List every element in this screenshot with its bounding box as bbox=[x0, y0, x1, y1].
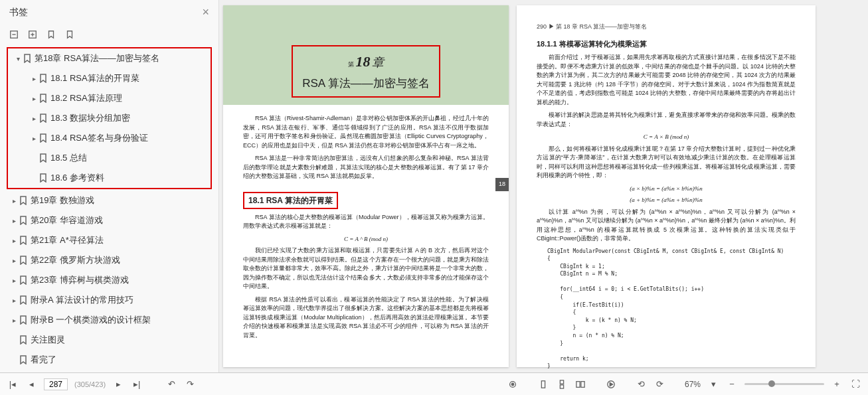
read-mode-icon[interactable] bbox=[507, 379, 519, 390]
bookmark-label: 18.3 数据块分组加密 bbox=[50, 112, 130, 124]
page-input[interactable] bbox=[44, 378, 68, 390]
svg-rect-9 bbox=[560, 385, 563, 388]
bookmark-item[interactable]: ▸18.4 RSA签名与身份验证 bbox=[8, 128, 211, 148]
bookmark-glyph-icon bbox=[19, 295, 28, 305]
undo-view-icon[interactable]: ↶ bbox=[165, 379, 177, 389]
bookmark-icon[interactable] bbox=[65, 29, 74, 39]
expand-icon[interactable]: ▸ bbox=[29, 75, 39, 82]
fullscreen-icon[interactable]: ⛶ bbox=[849, 379, 861, 389]
bookmarks-title: 书签 bbox=[9, 7, 28, 19]
bookmark-label: 附录B 一个棋类游戏的设计框架 bbox=[31, 314, 151, 326]
bookmark-glyph-icon bbox=[39, 114, 48, 123]
bookmark-item[interactable]: 看完了 bbox=[4, 350, 215, 370]
bookmark-item[interactable]: ▸附录B 一个棋类游戏的设计框架 bbox=[4, 310, 215, 330]
bookmark-glyph-icon bbox=[19, 335, 28, 345]
last-page-icon[interactable]: ▸| bbox=[131, 379, 143, 389]
svg-rect-11 bbox=[581, 382, 584, 388]
prev-page-icon[interactable]: ◂ bbox=[25, 379, 37, 389]
bookmark-glyph-icon bbox=[39, 173, 48, 183]
bookmark-glyph-icon bbox=[19, 315, 28, 325]
bookmark-glyph-icon bbox=[19, 355, 28, 364]
continuous-icon[interactable] bbox=[556, 379, 568, 390]
page-left: 18 第 18 章 RSA 算法——加密与签名 RSA 算法（Rivest-Sh… bbox=[223, 5, 509, 367]
bookmark-glyph-icon bbox=[19, 196, 28, 205]
bookmark-item[interactable]: 18.6 参考资料 bbox=[8, 168, 211, 188]
zoom-out-icon[interactable]: − bbox=[726, 379, 738, 389]
bookmark-glyph-icon bbox=[39, 74, 48, 83]
bookmark-label: 附录A 算法设计的常用技巧 bbox=[31, 294, 133, 306]
svg-rect-8 bbox=[560, 380, 563, 384]
bookmark-glyph-icon bbox=[19, 276, 28, 285]
bookmark-glyph-icon bbox=[19, 236, 28, 245]
bookmark-label: 看完了 bbox=[31, 354, 56, 366]
expand-icon[interactable]: ▾ bbox=[13, 55, 23, 62]
next-page-icon[interactable]: ▸ bbox=[112, 379, 124, 389]
bookmark-label: 第19章 数独游戏 bbox=[31, 195, 94, 206]
bookmark-item[interactable]: ▸18.1 RSA算法的开胃菜 bbox=[8, 68, 211, 88]
redo-view-icon[interactable]: ↷ bbox=[184, 379, 196, 389]
bookmark-glyph-icon bbox=[19, 216, 28, 225]
bookmark-item[interactable]: ▸第19章 数独游戏 bbox=[4, 191, 215, 210]
facing-icon[interactable] bbox=[574, 379, 586, 390]
bookmark-label: 18.6 参考资料 bbox=[50, 172, 104, 184]
zoom-in-icon[interactable]: + bbox=[831, 379, 843, 389]
zoom-dropdown-icon[interactable]: ▾ bbox=[707, 379, 719, 389]
page-right: 290 ▶ 第 18 章 RSA 算法——加密与签名 18.1.1 将模幂运算转… bbox=[517, 5, 816, 367]
auto-scroll-icon[interactable] bbox=[605, 379, 617, 390]
bookmark-label: 18.5 总结 bbox=[50, 152, 87, 164]
bookmark-item[interactable]: ▸第22章 俄罗斯方块游戏 bbox=[4, 250, 215, 270]
bookmark-item[interactable]: 18.5 总结 bbox=[8, 148, 211, 168]
page-view[interactable]: 18 第 18 章 RSA 算法——加密与签名 RSA 算法（Rivest-Sh… bbox=[219, 0, 868, 372]
expand-icon[interactable]: ▸ bbox=[9, 217, 19, 224]
expand-icon[interactable]: ▸ bbox=[9, 257, 19, 264]
bookmark-label: 18.1 RSA算法的开胃菜 bbox=[50, 72, 139, 84]
bookmark-item[interactable]: ▸第23章 博弈树与棋类游戏 bbox=[4, 270, 215, 290]
bookmark-label: 第23章 博弈树与棋类游戏 bbox=[31, 274, 129, 286]
bookmark-add-icon[interactable] bbox=[46, 29, 56, 39]
single-page-icon[interactable] bbox=[537, 379, 549, 390]
bookmark-tree: ▾第18章 RSA算法——加密与签名▸18.1 RSA算法的开胃菜▸18.2 R… bbox=[0, 46, 218, 372]
bookmark-glyph-icon bbox=[39, 153, 48, 163]
bookmark-label: 18.2 RSA算法原理 bbox=[50, 92, 122, 104]
bookmark-label: 第22章 俄罗斯方块游戏 bbox=[31, 254, 120, 266]
bookmark-glyph-icon bbox=[39, 133, 48, 143]
bookmark-item[interactable]: ▾第18章 RSA算法——加密与签名 bbox=[8, 48, 211, 68]
bookmark-label: 18.4 RSA签名与身份验证 bbox=[50, 132, 148, 144]
bookmarks-panel: 书签 × ▾第18章 RSA算法——加密与签名▸18.1 RSA算法的开胃菜▸1… bbox=[0, 0, 219, 372]
bookmark-glyph-icon bbox=[39, 94, 48, 103]
svg-rect-7 bbox=[541, 381, 545, 388]
bottom-toolbar: |◂ ◂ (305/423) ▸ ▸| ↶ ↷ ⟲ ⟳ 67% ▾ − + ⛶ bbox=[0, 372, 868, 395]
zoom-slider[interactable] bbox=[744, 383, 824, 385]
bookmark-item[interactable]: ▸18.2 RSA算法原理 bbox=[8, 88, 211, 108]
expand-icon[interactable]: ▸ bbox=[29, 95, 39, 102]
expand-icon[interactable]: ▸ bbox=[9, 197, 19, 204]
expand-icon[interactable]: ▸ bbox=[9, 237, 19, 244]
expand-icon[interactable]: ▸ bbox=[9, 277, 19, 284]
expand-icon[interactable]: ▸ bbox=[29, 115, 39, 122]
bookmark-item[interactable]: 关注图灵 bbox=[4, 330, 215, 350]
first-page-icon[interactable]: |◂ bbox=[7, 379, 19, 389]
bookmark-glyph-icon bbox=[23, 54, 32, 63]
page-header: 290 ▶ 第 18 章 RSA 算法——加密与签名 bbox=[537, 23, 796, 32]
bookmark-label: 第18章 RSA算法——加密与签名 bbox=[35, 52, 159, 64]
collapse-all-icon[interactable] bbox=[28, 29, 37, 39]
bookmark-glyph-icon bbox=[19, 256, 28, 265]
zoom-level[interactable]: 67% bbox=[685, 380, 701, 389]
expand-icon[interactable]: ▸ bbox=[9, 297, 19, 304]
bookmark-item[interactable]: ▸18.3 数据块分组加密 bbox=[8, 108, 211, 128]
close-icon[interactable]: × bbox=[202, 5, 209, 19]
page-info: (305/423) bbox=[74, 380, 106, 388]
expand-icon[interactable]: ▸ bbox=[9, 317, 19, 324]
expand-all-icon[interactable] bbox=[9, 29, 19, 39]
chapter-tab: 18 bbox=[495, 178, 509, 191]
expand-icon[interactable]: ▸ bbox=[29, 135, 39, 142]
bookmark-item[interactable]: ▸第20章 华容道游戏 bbox=[4, 210, 215, 230]
svg-rect-10 bbox=[576, 382, 580, 388]
rotate-left-icon[interactable]: ⟲ bbox=[636, 379, 648, 389]
svg-point-6 bbox=[511, 384, 514, 386]
bookmark-label: 第21章 A*寻径算法 bbox=[31, 234, 104, 246]
bookmark-item[interactable]: ▸附录A 算法设计的常用技巧 bbox=[4, 290, 215, 310]
bookmark-item[interactable]: ▸第21章 A*寻径算法 bbox=[4, 230, 215, 250]
code-block: CBigInt ModularPower(const CBigInt& M, c… bbox=[547, 248, 796, 371]
rotate-right-icon[interactable]: ⟳ bbox=[654, 379, 666, 389]
